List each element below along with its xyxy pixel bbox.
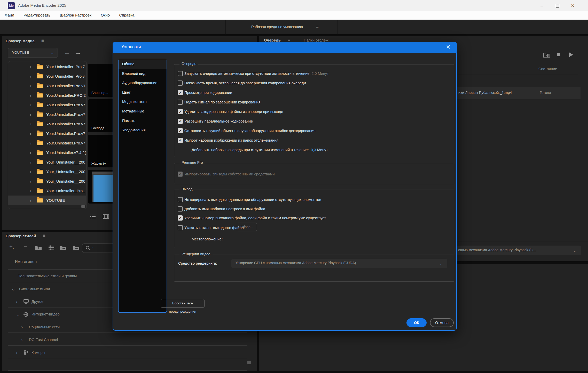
tree-row[interactable]: ›Your.Uninstaller.PRO.2	[8, 91, 86, 100]
start-queue-icon[interactable]	[569, 52, 573, 57]
checkbox-checked[interactable]	[178, 128, 183, 133]
chevron-right-icon[interactable]: ›	[30, 119, 31, 129]
tab-queue[interactable]: Очередь	[264, 38, 281, 42]
scrollbar-thumb[interactable]	[247, 361, 251, 364]
dialog-tab-notifications[interactable]: Уведомления	[119, 125, 167, 135]
chevron-right-icon[interactable]: ›	[16, 298, 18, 305]
dialog-tab-metadata[interactable]: Метаданные	[119, 107, 167, 116]
tree-row[interactable]: ›Your.Uninstaller.Pro.v7	[8, 100, 86, 110]
tree-row[interactable]: ›Your Uninstaller! Pro 7	[8, 62, 86, 71]
chevron-right-icon[interactable]: ›	[30, 110, 31, 119]
tree-row[interactable]: ›Your.Uninstaller.v7.4.2(	[8, 148, 86, 157]
preset-settings-icon[interactable]	[48, 245, 55, 250]
dialog-tab-appearance[interactable]: Внешний вид	[119, 69, 167, 78]
import-preset-icon[interactable]	[60, 245, 67, 250]
dialog-tab-media[interactable]: Медиаконтент	[119, 97, 167, 107]
checkbox-checked[interactable]	[178, 138, 183, 143]
menu-file[interactable]: Файл	[1, 11, 18, 19]
tab-watch-folders[interactable]: Папки отслеж	[304, 38, 328, 42]
dialog-header[interactable]: Установки ✕	[113, 42, 457, 53]
chevron-right-icon[interactable]: ›	[30, 81, 31, 91]
tree-row[interactable]: ›Your_Uninstaller__200	[8, 176, 86, 186]
list-view-icon[interactable]	[90, 214, 96, 219]
chevron-right-icon[interactable]: ›	[30, 62, 31, 71]
back-arrow-icon[interactable]: ←	[64, 49, 70, 56]
checkbox-checked[interactable]	[178, 119, 183, 124]
media-browser-menu-icon[interactable]: ≡	[41, 38, 44, 43]
tree-row[interactable]: ›Your Uninstaller! Pro v	[8, 71, 86, 81]
chevron-right-icon[interactable]: ›	[30, 148, 31, 157]
queue-menu-icon[interactable]: ≡	[288, 37, 290, 43]
status-column-header[interactable]: Состояние	[538, 67, 557, 71]
checkbox[interactable]	[178, 80, 183, 86]
preset-row-cameras[interactable]: › Камеры	[2, 349, 247, 356]
tree-row[interactable]: ›Your.Uninstaller!Pro.v7	[8, 81, 86, 91]
chevron-right-icon[interactable]: ›	[30, 91, 31, 100]
menu-window[interactable]: Окно	[97, 11, 114, 19]
tree-row[interactable]: ›Your.Uninstaller.Pro.v7	[8, 119, 86, 129]
chevron-right-icon[interactable]: ›	[21, 323, 23, 331]
chevron-right-icon[interactable]: ›	[30, 196, 31, 205]
tree-row[interactable]: ›Your.Uninstaller.Pro.v7	[8, 129, 86, 138]
media-source-dropdown[interactable]: YOUTUBE ⌄	[8, 48, 58, 58]
chevron-right-icon[interactable]: ›	[30, 71, 31, 81]
tree-row[interactable]: ›Your_Uninstaller__200	[8, 157, 86, 167]
scrollbar-thumb[interactable]	[81, 205, 85, 208]
minimize-button[interactable]: –	[537, 3, 547, 9]
workspace-menu-icon[interactable]: ≡	[316, 25, 319, 30]
close-button[interactable]: ×	[568, 3, 578, 9]
new-group-icon[interactable]	[35, 245, 42, 250]
chevron-right-icon[interactable]: ›	[16, 349, 18, 356]
preset-column-header[interactable]: Имя стиля ↑	[15, 260, 37, 264]
ok-button[interactable]: ОК	[406, 318, 427, 327]
dialog-tab-general[interactable]: Общие	[119, 59, 167, 69]
remove-preset-button[interactable]: −	[24, 243, 27, 250]
menu-edit[interactable]: Редактировать	[19, 11, 54, 19]
tree-row-selected[interactable]: ›YOUTUBE	[8, 196, 86, 205]
chevron-down-icon[interactable]: ⌄	[16, 310, 20, 318]
checkbox[interactable]	[178, 225, 183, 230]
chevron-right-icon[interactable]: ›	[30, 157, 31, 167]
dialog-tab-audio[interactable]: Аудиооборудование	[119, 78, 167, 88]
chevron-right-icon[interactable]: ›	[30, 167, 31, 176]
menu-help[interactable]: Справка	[115, 11, 139, 19]
dialog-tab-memory[interactable]: Память	[119, 116, 167, 126]
checkbox-checked[interactable]	[178, 90, 183, 95]
browse-button[interactable]: Обзор...	[237, 223, 257, 231]
checkbox-checked[interactable]	[178, 215, 183, 221]
preset-row-dg-fast[interactable]: › DG Fast Channel	[2, 336, 247, 344]
chevron-right-icon[interactable]: ›	[30, 100, 31, 110]
tree-row[interactable]: ›Your_Uninstaller_Pro_	[8, 186, 86, 196]
thumbnail-view-icon[interactable]	[103, 214, 109, 219]
tree-row[interactable]: ›Your_Uninstaller__200	[8, 167, 86, 176]
tree-row[interactable]: ›Your.Uninstaller.Pro.v7	[8, 110, 86, 119]
tree-row[interactable]: ›Your.Uninstaller.Pro.v7	[8, 138, 86, 148]
checkbox[interactable]	[178, 100, 183, 105]
watch-delay-value[interactable]: 0,3	[311, 148, 316, 152]
forward-arrow-icon[interactable]: →	[75, 49, 81, 56]
auto-encode-watch-folders-icon[interactable]	[543, 52, 550, 58]
folder-icon	[37, 103, 43, 107]
chevron-right-icon[interactable]: ›	[30, 129, 31, 138]
workspace-tab[interactable]: Рабочая среда по умолчанию	[251, 25, 303, 29]
dialog-tab-color[interactable]: Цвет	[119, 88, 167, 97]
chevron-right-icon[interactable]: ›	[30, 186, 31, 196]
checkbox-checked[interactable]	[178, 109, 183, 114]
dialog-close-icon[interactable]: ✕	[446, 44, 451, 51]
chevron-down-icon[interactable]: ⌄	[11, 285, 15, 293]
maximize-button[interactable]	[556, 4, 559, 8]
add-preset-button[interactable]: +▾	[9, 243, 14, 250]
checkbox[interactable]	[178, 71, 183, 76]
renderer-select[interactable]: Ускорение GPU с помощью механизма Adobe …	[231, 259, 447, 268]
chevron-right-icon[interactable]: ›	[30, 176, 31, 186]
checkbox[interactable]	[178, 206, 183, 212]
stop-queue-icon[interactable]	[557, 53, 560, 56]
chevron-right-icon[interactable]: ›	[21, 336, 23, 344]
menu-preset[interactable]: Шаблон настроек	[56, 11, 95, 19]
cancel-button[interactable]: Отмена	[430, 318, 454, 327]
export-preset-icon[interactable]	[73, 245, 80, 250]
reset-warnings-button[interactable]: Восстан. все предупреждения	[161, 299, 205, 308]
chevron-right-icon[interactable]: ›	[30, 138, 31, 148]
checkbox[interactable]	[178, 197, 183, 202]
preset-browser-menu-icon[interactable]: ≡	[43, 233, 45, 238]
